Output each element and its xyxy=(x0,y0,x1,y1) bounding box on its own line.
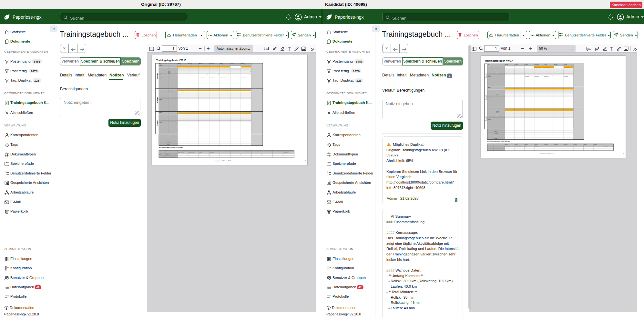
svg-text:Bemerkung: Bemerkung xyxy=(159,124,163,124)
svg-text:Einheit 2: Einheit 2 xyxy=(157,97,158,103)
svg-text:Rollski skating: Rollski skating xyxy=(178,152,184,153)
svg-text:Umfang: Umfang xyxy=(159,99,162,100)
svg-text:Bem.: Bem. xyxy=(496,73,498,73)
svg-text:Sportart 8: Sportart 8 xyxy=(574,144,578,145)
svg-text:Bem.: Bem. xyxy=(169,120,170,120)
svg-text:Sportart 5: Sportart 5 xyxy=(220,151,224,151)
svg-text:Sonst.: Sonst. xyxy=(169,95,171,96)
svg-text:Kraft: Kraft xyxy=(496,92,498,92)
svg-text:Dienstag: Dienstag xyxy=(189,63,192,65)
svg-text:1/1: 1/1 xyxy=(623,153,625,154)
svg-text:Wochenauswertung nach Sportart: Wochenauswertung nach Sportart xyxy=(159,147,183,148)
svg-text:Rollski skating: Rollski skating xyxy=(241,66,247,67)
svg-text:Rollski skating: Rollski skating xyxy=(544,67,550,67)
svg-text:Theorie: Theorie xyxy=(495,134,497,135)
svg-text:Sportart 4: Sportart 4 xyxy=(535,144,538,145)
svg-text:Rad fahren: Rad fahren xyxy=(210,152,214,153)
svg-text:Roll.klass.: Roll.klass. xyxy=(496,90,500,90)
svg-text:Total Woche: Total Woche xyxy=(284,152,289,153)
svg-text:Kraft: Kraft xyxy=(169,116,170,117)
svg-text:Freitag: Freitag xyxy=(544,64,547,65)
svg-text:Morgengym.: Morgengym. xyxy=(495,129,498,130)
svg-text:Sonntag: Sonntag xyxy=(564,64,567,65)
svg-text:Trainingstagebuch KW 17: Trainingstagebuch KW 17 xyxy=(485,60,513,62)
svg-text:Morgengym.: Morgengym. xyxy=(167,134,171,135)
svg-text:Minuten: Minuten xyxy=(494,147,497,148)
svg-text:Total: Total xyxy=(159,121,161,121)
svg-text:Montag: Montag xyxy=(178,63,181,65)
svg-text:Tag: Tag xyxy=(159,63,161,65)
svg-text:Rad: Rad xyxy=(496,71,498,71)
svg-text:Laufen: Laufen xyxy=(496,112,498,113)
svg-text:Dauer: Dauer xyxy=(487,147,489,148)
svg-text:Rollski klassisch: Rollski klassisch xyxy=(189,152,195,153)
svg-text:Rad: Rad xyxy=(496,93,498,93)
svg-text:Sportart: Sportart xyxy=(487,108,490,109)
svg-text:Laufen: Laufen xyxy=(525,146,527,146)
svg-text:Umfang: Umfang xyxy=(159,75,162,76)
svg-text:Mittwoch: Mittwoch xyxy=(199,63,203,65)
svg-text:Sonst.: Sonst. xyxy=(169,72,171,73)
svg-text:Trainingsphase: Trainingsphase xyxy=(199,77,204,77)
svg-text:Kraft: Kraft xyxy=(169,94,170,94)
svg-text:Total: Total xyxy=(487,74,489,74)
svg-text:Sportart 10: Sportart 10 xyxy=(273,151,277,151)
svg-text:Bemerkung: Bemerkung xyxy=(159,77,163,77)
svg-text:Umfang: Umfang xyxy=(487,97,490,97)
svg-text:Laufen: Laufen xyxy=(199,66,202,67)
svg-text:Sportart 7: Sportart 7 xyxy=(241,151,245,151)
svg-text:Donnerstag: Donnerstag xyxy=(535,64,539,65)
svg-text:Regeneration: Regeneration xyxy=(167,142,171,143)
svg-text:Sonst.: Sonst. xyxy=(496,72,498,72)
svg-text:Bem.: Bem. xyxy=(169,96,170,97)
svg-text:Sportart: Sportart xyxy=(487,87,490,88)
svg-text:Trainingstagebuch_1_Blattkalen: Trainingstagebuch_1_Blattkalender KW 17 xyxy=(539,153,554,154)
svg-text:Bem.: Bem. xyxy=(496,94,498,95)
svg-text:Dauer: Dauer xyxy=(159,154,161,155)
svg-text:0,000: 0,000 xyxy=(207,156,209,157)
svg-text:Trainingsphase: Trainingsphase xyxy=(535,76,539,77)
svg-text:Bem.: Bem. xyxy=(169,73,170,74)
svg-text:Sportart 3: Sportart 3 xyxy=(525,144,528,145)
svg-text:Bemerkung: Bemerkung xyxy=(487,76,491,77)
svg-text:Umfang: Umfang xyxy=(159,156,162,157)
svg-text:0,000: 0,000 xyxy=(218,156,220,157)
svg-text:Laufen: Laufen xyxy=(496,69,498,69)
svg-text:Umfang: Umfang xyxy=(487,149,490,150)
svg-text:Rollski skating: Rollski skating xyxy=(564,67,569,67)
svg-text:Rollski klassisch: Rollski klassisch xyxy=(535,67,541,67)
svg-text:Sportart 2: Sportart 2 xyxy=(189,151,192,151)
svg-text:Sportart 7: Sportart 7 xyxy=(564,144,568,145)
svg-text:Sonst.: Sonst. xyxy=(496,114,498,115)
svg-text:Roll.klass.: Roll.klass. xyxy=(496,111,500,112)
svg-text:Roll.klass.: Roll.klass. xyxy=(169,114,172,115)
svg-text:Einheit 1: Einheit 1 xyxy=(485,73,487,78)
svg-text:Dehnen: Dehnen xyxy=(167,136,169,137)
svg-text:Minuten: Minuten xyxy=(166,154,169,155)
svg-text:Dienstag: Dienstag xyxy=(515,64,518,65)
svg-text:0,000: 0,000 xyxy=(249,156,251,157)
svg-text:Wochenauswertung nach Sportart: Wochenauswertung nach Sportart xyxy=(487,140,510,142)
svg-text:Sportart 6: Sportart 6 xyxy=(554,144,558,145)
svg-text:0,000: 0,000 xyxy=(228,156,230,157)
svg-text:Regeneration: Regeneration xyxy=(495,136,498,137)
svg-text:0,000: 0,000 xyxy=(239,156,241,157)
svg-text:Sportart 8: Sportart 8 xyxy=(252,151,256,151)
svg-text:Total: Total xyxy=(159,98,161,98)
svg-text:Bem.: Bem. xyxy=(496,115,498,116)
svg-text:Sportart 3: Sportart 3 xyxy=(199,151,203,151)
svg-text:Sportart: Sportart xyxy=(159,112,162,113)
svg-text:Sportart 4: Sportart 4 xyxy=(210,151,213,151)
svg-text:Rollski skating: Rollski skating xyxy=(220,66,226,67)
svg-text:Umfang: Umfang xyxy=(159,122,162,123)
svg-text:Kraft: Kraft xyxy=(169,70,170,70)
svg-text:1/1: 1/1 xyxy=(305,160,306,162)
svg-text:Theorie: Theorie xyxy=(167,140,169,141)
svg-text:Roll.klass.: Roll.klass. xyxy=(169,68,172,68)
svg-text:Sportart: Sportart xyxy=(159,89,162,90)
svg-text:Trainingsphase: Trainingsphase xyxy=(241,77,246,77)
svg-text:Einheit 3: Einheit 3 xyxy=(157,120,158,125)
svg-text:Trainingsphase: Trainingsphase xyxy=(220,77,225,77)
svg-text:0,000: 0,000 xyxy=(260,156,262,157)
svg-text:Total Woche: Total Woche xyxy=(604,146,608,146)
